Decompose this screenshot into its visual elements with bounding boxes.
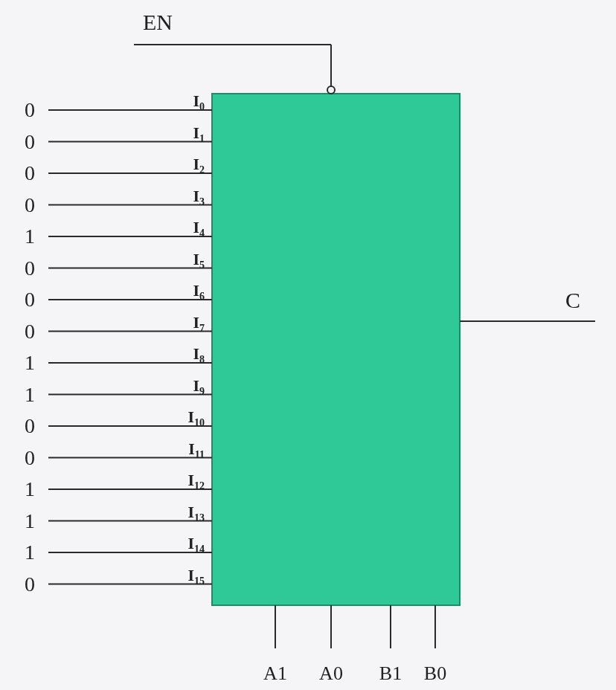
input-pin-label-13: I13	[187, 503, 205, 523]
input-value-2: 0	[25, 161, 35, 184]
mux-body	[212, 94, 460, 605]
input-pin-label-3: I3	[193, 187, 205, 207]
select-label-1: A0	[319, 662, 343, 684]
input-pin-label-6: I6	[193, 281, 205, 302]
input-pin-label-1: I1	[193, 123, 205, 144]
enable-label: EN	[143, 10, 173, 34]
input-value-5: 0	[25, 257, 35, 280]
input-value-6: 0	[25, 288, 35, 311]
input-pin-label-4: I4	[193, 218, 205, 239]
input-value-14: 1	[25, 541, 35, 564]
input-pin-label-14: I14	[187, 534, 205, 555]
input-pin-label-2: I2	[193, 155, 205, 175]
select-label-0: A1	[263, 662, 287, 684]
input-pin-label-5: I5	[193, 250, 205, 271]
input-pin-label-0: I0	[193, 91, 205, 112]
select-label-3: B0	[424, 662, 446, 684]
multiplexer-diagram: EN0I00I10I20I31I40I50I60I71I81I90I100I11…	[0, 0, 616, 690]
input-value-15: 0	[25, 573, 35, 596]
input-pin-label-12: I12	[187, 471, 205, 491]
input-value-10: 0	[25, 414, 35, 437]
input-value-8: 1	[25, 351, 35, 374]
input-pin-label-11: I11	[188, 439, 205, 460]
input-value-3: 0	[25, 193, 35, 216]
input-pin-label-15: I15	[187, 566, 205, 587]
input-value-12: 1	[25, 477, 35, 500]
input-value-1: 0	[25, 130, 35, 153]
input-value-4: 1	[25, 225, 35, 248]
select-label-2: B1	[379, 662, 402, 684]
output-label: C	[565, 288, 580, 312]
input-pin-label-8: I8	[193, 344, 205, 365]
input-value-9: 1	[25, 383, 35, 406]
enable-bubble	[327, 86, 335, 94]
input-pin-label-9: I9	[193, 376, 205, 397]
input-pin-label-7: I7	[193, 313, 205, 334]
input-value-11: 0	[25, 446, 35, 469]
input-value-13: 1	[25, 509, 35, 532]
input-pin-label-10: I10	[187, 407, 205, 428]
input-value-0: 0	[25, 98, 35, 121]
input-value-7: 0	[25, 320, 35, 343]
